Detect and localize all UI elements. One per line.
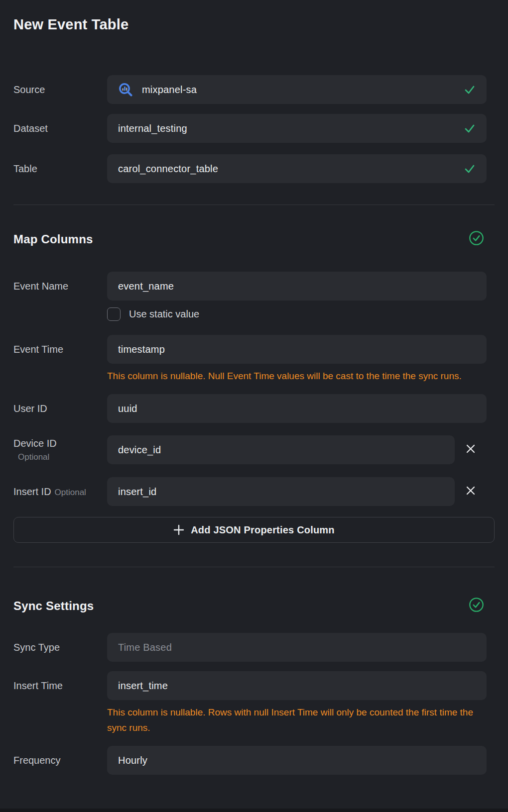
event-time-row: Event Time timestamp bbox=[13, 335, 495, 364]
sync-settings-heading: Sync Settings bbox=[13, 599, 94, 613]
table-valid-check-icon bbox=[464, 163, 476, 175]
dataset-valid-check-icon bbox=[464, 122, 476, 134]
map-columns-heading: Map Columns bbox=[13, 232, 93, 246]
page-title: New Event Table bbox=[13, 0, 495, 33]
event-time-field[interactable]: timestamp bbox=[107, 335, 487, 364]
insert-time-nullable-warning: This column is nullable. Rows with null … bbox=[107, 705, 476, 735]
map-columns-heading-row: Map Columns bbox=[13, 230, 495, 248]
insert-id-label: Insert ID bbox=[13, 486, 51, 497]
dataset-field[interactable]: internal_testing bbox=[107, 114, 487, 143]
table-row: Table carol_connector_table bbox=[13, 154, 495, 183]
device-id-label: Device ID bbox=[13, 438, 107, 449]
user-id-row: User ID uuid bbox=[13, 394, 495, 423]
source-valid-check-icon bbox=[464, 84, 476, 96]
sync-type-label: Sync Type bbox=[13, 642, 107, 653]
frequency-value: Hourly bbox=[118, 755, 147, 766]
new-event-table-form: New Event Table Source mixpanel-sa bbox=[13, 0, 495, 775]
insert-time-label: Insert Time bbox=[13, 680, 107, 692]
event-time-nullable-warning: This column is nullable. Null Event Time… bbox=[107, 368, 476, 384]
device-id-value: device_id bbox=[118, 444, 161, 456]
insert-id-label-block: Insert IDOptional bbox=[13, 486, 107, 498]
source-value: mixpanel-sa bbox=[142, 84, 197, 96]
table-label: Table bbox=[13, 163, 107, 175]
dataset-label: Dataset bbox=[13, 123, 107, 134]
insert-id-field[interactable]: insert_id bbox=[107, 477, 455, 506]
magnifier-bar-chart-icon bbox=[118, 82, 133, 97]
insert-id-remove-button[interactable] bbox=[455, 477, 487, 506]
device-id-row: Device ID Optional device_id bbox=[13, 435, 495, 464]
use-static-value-checkbox[interactable] bbox=[107, 307, 121, 321]
use-static-value-row: Use static value bbox=[107, 307, 495, 321]
insert-time-row: Insert Time insert_time bbox=[13, 671, 495, 700]
dataset-value: internal_testing bbox=[118, 123, 187, 134]
insert-time-value: insert_time bbox=[118, 680, 168, 692]
frequency-field[interactable]: Hourly bbox=[107, 746, 487, 775]
event-name-value: event_name bbox=[118, 281, 174, 292]
device-id-field[interactable]: device_id bbox=[107, 435, 455, 464]
event-time-label: Event Time bbox=[13, 344, 107, 355]
source-label: Source bbox=[13, 84, 107, 96]
sync-type-value: Time Based bbox=[118, 642, 172, 653]
event-name-field[interactable]: event_name bbox=[107, 272, 487, 301]
frequency-row: Frequency Hourly bbox=[13, 746, 495, 775]
sync-type-row: Sync Type Time Based bbox=[13, 633, 495, 662]
device-id-label-block: Device ID Optional bbox=[13, 438, 107, 462]
plus-icon bbox=[173, 524, 184, 535]
source-row: Source mixpanel-sa bbox=[13, 75, 495, 104]
user-id-field[interactable]: uuid bbox=[107, 394, 487, 423]
x-close-icon bbox=[466, 486, 476, 498]
section-divider bbox=[13, 567, 495, 567]
page-bottom-edge bbox=[0, 809, 508, 812]
table-field[interactable]: carol_connector_table bbox=[107, 154, 487, 183]
insert-id-optional-label: Optional bbox=[55, 488, 86, 497]
use-static-value-label: Use static value bbox=[129, 308, 199, 320]
device-id-remove-button[interactable] bbox=[455, 435, 487, 464]
device-id-optional-label: Optional bbox=[18, 452, 107, 462]
source-field[interactable]: mixpanel-sa bbox=[107, 75, 487, 104]
insert-id-value: insert_id bbox=[118, 486, 156, 498]
frequency-label: Frequency bbox=[13, 755, 107, 766]
dataset-row: Dataset internal_testing bbox=[13, 114, 495, 143]
add-json-properties-column-button[interactable]: Add JSON Properties Column bbox=[13, 517, 495, 543]
event-name-row: Event Name event_name bbox=[13, 272, 495, 301]
user-id-value: uuid bbox=[118, 403, 137, 414]
insert-time-field[interactable]: insert_time bbox=[107, 671, 487, 700]
sync-settings-heading-row: Sync Settings bbox=[13, 597, 495, 614]
sync-settings-complete-circle-check-icon bbox=[469, 597, 484, 614]
table-value: carol_connector_table bbox=[118, 163, 218, 175]
sync-type-field: Time Based bbox=[107, 633, 487, 662]
insert-id-row: Insert IDOptional insert_id bbox=[13, 477, 495, 506]
x-close-icon bbox=[466, 444, 476, 456]
add-json-properties-column-label: Add JSON Properties Column bbox=[191, 524, 335, 536]
event-name-label: Event Name bbox=[13, 281, 107, 292]
event-time-value: timestamp bbox=[118, 344, 165, 355]
map-columns-complete-circle-check-icon bbox=[469, 230, 484, 248]
user-id-label: User ID bbox=[13, 403, 107, 414]
section-divider bbox=[13, 204, 495, 205]
